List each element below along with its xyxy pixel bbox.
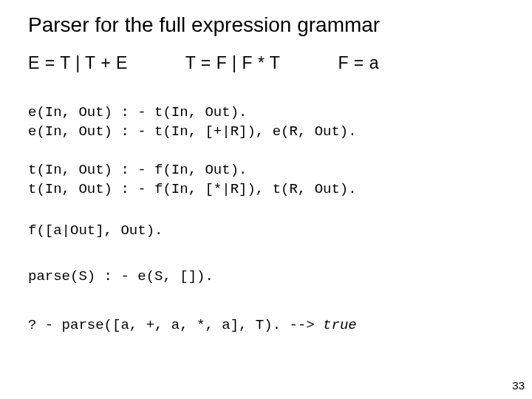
code-t-rules: t(In, Out) : - f(In, Out). t(In, Out) : … — [28, 161, 357, 199]
query-result: true — [323, 317, 357, 333]
slide-title: Parser for the full expression grammar — [28, 13, 380, 37]
query-text: ? - parse([a, +, a, *, a], T). --> — [28, 317, 323, 333]
code-parse-rule: parse(S) : - e(S, []). — [28, 267, 214, 287]
code-f-rule: f([a|Out], Out). — [28, 222, 163, 241]
grammar-e: E = T | T + E — [28, 53, 128, 72]
code-e-rules: e(In, Out) : - t(In, Out). e(In, Out) : … — [28, 103, 357, 141]
page-number: 33 — [512, 379, 525, 392]
grammar-f: F = a — [338, 53, 379, 72]
grammar-line: E = T | T + ET = F | F * TF = a — [28, 53, 379, 73]
code-query: ? - parse([a, +, a, *, a], T). --> true — [28, 316, 357, 335]
grammar-t: T = F | F * T — [185, 53, 281, 72]
slide: Parser for the full expression grammar E… — [0, 0, 532, 399]
